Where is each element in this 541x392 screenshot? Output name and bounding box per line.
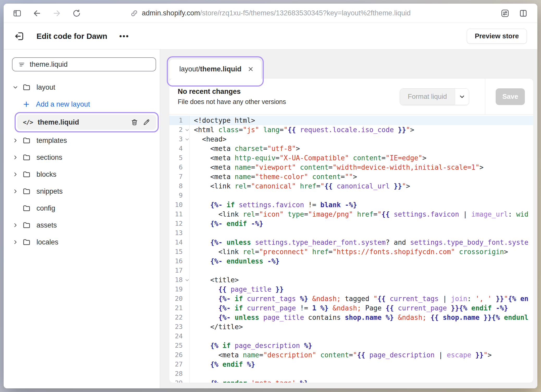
code-line-5[interactable]: 5 <meta http-equiv="X-UA-Compatible" con…: [169, 153, 533, 163]
code-line-27[interactable]: 27 {% endif %}: [169, 360, 533, 369]
code-line-content[interactable]: <meta name="description" content="{{ pag…: [190, 350, 533, 360]
code-line-18[interactable]: 18 <title>: [169, 275, 533, 285]
code-line-20[interactable]: 20 {%- if current_tags %} &ndash; tagged…: [169, 294, 533, 303]
code-line-6[interactable]: 6 <meta name="viewport" content="width=d…: [169, 163, 533, 172]
reload-icon[interactable]: [72, 9, 81, 18]
code-line-content[interactable]: {%- unless page_title contains shop.name…: [190, 313, 533, 322]
code-line-content[interactable]: {% if page_description %}: [190, 341, 533, 350]
code-line-content[interactable]: {% render 'meta-tags' %}: [190, 378, 533, 383]
code-line-content[interactable]: <!doctype html>: [190, 116, 533, 125]
overflow-menu-icon[interactable]: •••: [119, 32, 129, 40]
code-line-24[interactable]: 24: [169, 332, 533, 341]
chevron-down-icon[interactable]: [12, 84, 22, 91]
file-search-field[interactable]: [12, 57, 156, 71]
sidebar-item-blocks[interactable]: blocks: [12, 168, 156, 181]
code-line-content[interactable]: </title>: [190, 322, 533, 332]
sidebar-item-theme.liquid[interactable]: </>theme.liquid: [17, 115, 156, 130]
chevron-right-icon[interactable]: [12, 171, 22, 178]
code-line-content[interactable]: <html class="js" lang="{{ request.locale…: [190, 125, 533, 134]
code-line-2[interactable]: 2<html class="js" lang="{{ request.local…: [169, 125, 533, 134]
sidebar-item-snippets[interactable]: snippets: [12, 185, 156, 198]
save-button[interactable]: Save: [496, 88, 525, 105]
sidebar-item-sections[interactable]: sections: [12, 151, 156, 164]
code-line-10[interactable]: 10 {%- if settings.favicon != blank -%}: [169, 200, 533, 210]
forward-arrow-icon[interactable]: [52, 9, 62, 18]
sidebar-item-config[interactable]: config: [12, 202, 156, 215]
close-icon[interactable]: [247, 65, 254, 73]
code-line-8[interactable]: 8 <link rel="canonical" href="{{ canonic…: [169, 181, 533, 191]
code-line-content[interactable]: {%- if current_page != 1 %} &ndash; Page…: [190, 303, 533, 313]
code-line-content[interactable]: {%- if current_tags %} &ndash; tagged "{…: [190, 294, 533, 303]
code-line-content[interactable]: {{ page_title }}: [190, 285, 533, 294]
code-line-content[interactable]: <head>: [190, 134, 533, 144]
sidebar-toggle-icon[interactable]: [13, 9, 22, 18]
code-line-17[interactable]: 17: [169, 266, 533, 275]
code-line-28[interactable]: 28: [169, 369, 533, 378]
rename-file-icon[interactable]: [140, 118, 152, 126]
chevron-right-icon[interactable]: [12, 154, 22, 161]
code-line-16[interactable]: 16 {%- endunless -%}: [169, 256, 533, 266]
chevron-right-icon[interactable]: [12, 222, 22, 229]
code-line-content[interactable]: [190, 266, 533, 275]
address-bar[interactable]: admin.shopify.com/store/rzq1xu-f5/themes…: [4, 4, 537, 23]
code-line-1[interactable]: 1<!doctype html>: [169, 116, 533, 125]
code-line-25[interactable]: 25 {% if page_description %}: [169, 341, 533, 350]
chevron-down-icon[interactable]: [455, 89, 469, 105]
code-line-content[interactable]: [190, 369, 533, 378]
sidebar-item-locales[interactable]: locales: [12, 236, 156, 249]
fold-chevron-icon[interactable]: [185, 137, 189, 142]
code-line-12[interactable]: 12 {%- endif -%}: [169, 219, 533, 228]
code-line-content[interactable]: <meta http-equiv="X-UA-Compatible" conte…: [190, 153, 533, 163]
code-line-29[interactable]: 29 {% render 'meta-tags' %}: [169, 378, 533, 383]
chevron-right-icon[interactable]: [12, 137, 22, 144]
add-layout-button[interactable]: Add a new layout: [12, 98, 156, 111]
page-settings-icon[interactable]: [500, 9, 510, 18]
code-line-13[interactable]: 13: [169, 228, 533, 238]
code-editor[interactable]: 1<!doctype html>2<html class="js" lang="…: [169, 115, 533, 383]
code-line-22[interactable]: 22 {%- unless page_title contains shop.n…: [169, 313, 533, 322]
code-line-content[interactable]: <link rel="canonical" href="{{ canonical…: [190, 181, 533, 191]
code-line-15[interactable]: 15 <link rel="preconnect" href="https://…: [169, 247, 533, 256]
line-number: 7: [169, 172, 190, 181]
code-line-9[interactable]: 9: [169, 191, 533, 200]
code-line-11[interactable]: 11 <link rel="icon" type="image/png" hre…: [169, 210, 533, 219]
sidebar-item-templates[interactable]: templates: [12, 134, 156, 147]
code-line-content[interactable]: {% endif %}: [190, 360, 533, 369]
format-liquid-button[interactable]: Format liquid: [400, 89, 455, 105]
code-line-26[interactable]: 26 <meta name="description" content="{{ …: [169, 350, 533, 360]
code-line-23[interactable]: 23 </title>: [169, 322, 533, 332]
code-line-7[interactable]: 7 <meta name="theme-color" content="">: [169, 172, 533, 181]
code-line-content[interactable]: <title>: [190, 275, 533, 285]
code-line-content[interactable]: {%- if settings.favicon != blank -%}: [190, 200, 533, 210]
preview-store-button[interactable]: Preview store: [467, 29, 527, 44]
code-line-content[interactable]: <meta name="theme-color" content="">: [190, 172, 533, 181]
chevron-right-icon[interactable]: [12, 239, 22, 246]
code-line-content[interactable]: {%- unless settings.type_header_font.sys…: [190, 238, 533, 247]
split-view-icon[interactable]: [519, 9, 528, 18]
code-line-content[interactable]: <meta charset="utf-8">: [190, 144, 533, 153]
line-number: 5: [169, 153, 190, 163]
code-line-19[interactable]: 19 {{ page_title }}: [169, 285, 533, 294]
fold-chevron-icon[interactable]: [185, 278, 189, 283]
delete-file-icon[interactable]: [128, 118, 140, 126]
code-line-content[interactable]: [190, 332, 533, 341]
exit-icon[interactable]: [14, 31, 25, 42]
sidebar-item-assets[interactable]: assets: [12, 219, 156, 232]
code-line-content[interactable]: [190, 228, 533, 238]
tab-theme-liquid[interactable]: layout/theme.liquid: [169, 59, 261, 79]
chevron-right-icon[interactable]: [12, 188, 22, 195]
fold-chevron-icon[interactable]: [185, 128, 189, 132]
code-line-content[interactable]: <link rel="preconnect" href="https://fon…: [190, 247, 533, 256]
code-line-content[interactable]: [190, 191, 533, 200]
code-line-3[interactable]: 3 <head>: [169, 134, 533, 144]
code-line-content[interactable]: <meta name="viewport" content="width=dev…: [190, 163, 533, 172]
code-line-content[interactable]: <link rel="icon" type="image/png" href="…: [190, 210, 533, 219]
back-arrow-icon[interactable]: [32, 9, 42, 18]
search-input[interactable]: [30, 60, 150, 69]
code-line-14[interactable]: 14 {%- unless settings.type_header_font.…: [169, 238, 533, 247]
code-line-21[interactable]: 21 {%- if current_page != 1 %} &ndash; P…: [169, 303, 533, 313]
code-line-4[interactable]: 4 <meta charset="utf-8">: [169, 144, 533, 153]
code-line-content[interactable]: {%- endunless -%}: [190, 256, 533, 266]
sidebar-item-layout[interactable]: layout: [12, 81, 156, 94]
code-line-content[interactable]: {%- endif -%}: [190, 219, 533, 228]
